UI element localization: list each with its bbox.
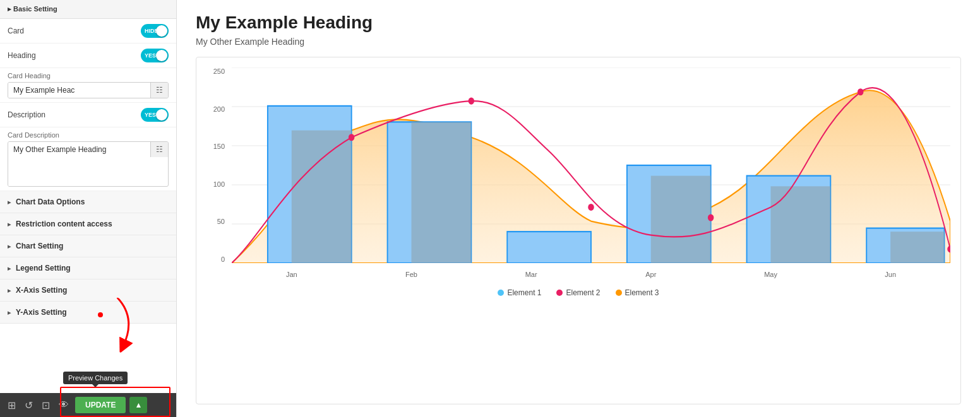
heading-setting-row: Heading YES [0, 44, 176, 68]
card-toggle-knob [156, 25, 167, 37]
dot-apr-e2 [708, 214, 714, 221]
accordion-xaxis-header[interactable]: ▸ X-Axis Setting [0, 279, 176, 301]
description-toggle[interactable]: YES [141, 108, 169, 122]
bottom-toolbar: ⊞ ↺ ⊡ 👁 UPDATE ▲ [0, 393, 176, 417]
chart-area: 250 200 150 100 50 0 [206, 68, 950, 282]
accordion-yaxis[interactable]: ▸ Y-Axis Setting [0, 302, 176, 324]
right-panel: My Example Heading My Other Example Head… [177, 0, 980, 417]
card-setting-row: Card HIDE [0, 19, 176, 44]
y-label-250: 250 [213, 68, 229, 75]
acc-arrow-chart-data: ▸ [8, 199, 11, 206]
y-label-50: 50 [217, 218, 229, 225]
acc-arrow-legend: ▸ [8, 265, 11, 272]
acc-arrow-yaxis: ▸ [8, 309, 11, 316]
bar-feb-e2 [412, 122, 472, 263]
accordion-legend[interactable]: ▸ Legend Setting [0, 257, 176, 279]
accordion-chart-data[interactable]: ▸ Chart Data Options [0, 191, 176, 213]
eye-icon: 👁 [59, 399, 69, 411]
legend-item-e2: Element 2 [556, 288, 600, 297]
undo-icon-btn[interactable]: ↺ [22, 398, 35, 413]
bar-apr-e2 [651, 176, 711, 263]
x-label-jun: Jun [830, 271, 950, 278]
card-label: Card [8, 26, 24, 35]
heading-label: Heading [8, 51, 36, 60]
responsive-icon: ⊡ [42, 399, 50, 411]
accordion-restriction-header[interactable]: ▸ Restriction content access [0, 213, 176, 235]
acc-arrow-restriction: ▸ [8, 221, 11, 228]
bar-jan-e2 [292, 131, 352, 263]
layers-icon: ⊞ [8, 399, 16, 411]
red-dot-indicator [98, 312, 103, 317]
y-label-0: 0 [221, 255, 229, 263]
x-label-may: May [711, 271, 831, 278]
update-arrow-button[interactable]: ▲ [129, 397, 147, 413]
legend-dot-e2 [556, 290, 563, 296]
x-axis: Jan Feb Mar Apr May Jun [232, 266, 950, 282]
preview-sub-heading: My Other Example Heading [196, 37, 961, 47]
basic-setting-title: ▸ Basic Setting [0, 0, 176, 19]
undo-icon: ↺ [25, 399, 33, 411]
card-description-row: Card Description My Other Example Headin… [0, 127, 176, 191]
y-label-200: 200 [213, 105, 229, 113]
chart-legend: Element 1 Element 2 Element 3 [206, 288, 950, 297]
x-label-jan: Jan [232, 271, 352, 278]
chart-container: 250 200 150 100 50 0 [196, 57, 961, 404]
dot-jan-e2 [349, 134, 354, 141]
accordion-yaxis-header[interactable]: ▸ Y-Axis Setting [0, 302, 176, 323]
y-label-150: 150 [213, 143, 229, 150]
bar-mar-e1 [507, 232, 591, 263]
accordion-xaxis[interactable]: ▸ X-Axis Setting [0, 279, 176, 302]
accordion-restriction[interactable]: ▸ Restriction content access [0, 213, 176, 235]
heading-toggle-knob [156, 50, 167, 61]
acc-arrow-xaxis: ▸ [8, 287, 11, 294]
legend-dot-e3 [616, 290, 622, 296]
accordion-chart-setting[interactable]: ▸ Chart Setting [0, 235, 176, 257]
dot-mar-e2 [588, 204, 594, 211]
accordion-legend-header[interactable]: ▸ Legend Setting [0, 257, 176, 279]
card-description-textarea-wrap: My Other Example Heading ☷ [8, 141, 169, 187]
preview-tooltip: Preview Changes [63, 372, 128, 384]
x-label-mar: Mar [471, 271, 591, 278]
eye-icon-btn[interactable]: 👁 [56, 398, 71, 412]
card-heading-input[interactable] [8, 83, 150, 98]
card-heading-row: Card Heading ☷ [0, 68, 176, 103]
left-panel: ▸ Basic Setting Card HIDE Heading YES Ca… [0, 0, 177, 417]
responsive-icon-btn[interactable]: ⊡ [39, 398, 52, 413]
y-label-100: 100 [213, 180, 229, 188]
card-description-textarea[interactable]: My Other Example Heading [8, 142, 150, 186]
dot-feb-e2 [469, 98, 474, 105]
update-button[interactable]: UPDATE [75, 397, 126, 413]
accordion-chart-data-header[interactable]: ▸ Chart Data Options [0, 191, 176, 213]
description-label: Description [8, 110, 45, 119]
y-axis: 250 200 150 100 50 0 [206, 68, 229, 263]
card-toggle[interactable]: HIDE [141, 24, 169, 38]
description-setting-row: Description YES [0, 103, 176, 127]
x-label-feb: Feb [352, 271, 472, 278]
chart-svg [232, 68, 950, 263]
x-label-apr: Apr [591, 271, 711, 278]
description-toggle-knob [156, 109, 167, 120]
card-description-label: Card Description [8, 131, 169, 139]
card-description-icon-btn[interactable]: ☷ [150, 142, 168, 157]
legend-dot-e1 [498, 290, 504, 296]
bar-jun-e2 [890, 232, 944, 263]
collapse-handle[interactable]: ‹ [176, 196, 177, 221]
legend-item-e3: Element 3 [616, 288, 659, 297]
layers-icon-btn[interactable]: ⊞ [5, 398, 18, 413]
acc-arrow-chart-setting: ▸ [8, 243, 11, 250]
card-heading-label: Card Heading [8, 72, 169, 79]
card-heading-input-wrap: ☷ [8, 82, 169, 98]
legend-item-e1: Element 1 [498, 288, 541, 297]
preview-main-heading: My Example Heading [196, 13, 961, 33]
card-heading-icon-btn[interactable]: ☷ [150, 83, 168, 98]
accordion-chart-setting-header[interactable]: ▸ Chart Setting [0, 235, 176, 257]
bar-may-e2 [771, 186, 831, 263]
heading-toggle[interactable]: YES [141, 49, 169, 62]
dot-may-e2 [858, 88, 863, 95]
